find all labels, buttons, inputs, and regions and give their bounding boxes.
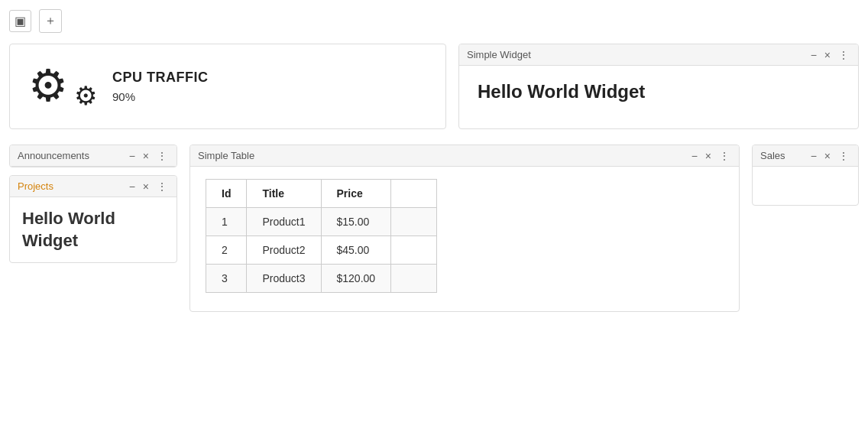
cell-price: $120.00 [321,265,391,293]
simple-widget-body: Hello World Widget [459,66,858,119]
table-close-button[interactable]: × [704,151,713,161]
sales-more-button[interactable]: ⋮ [837,151,850,161]
sales-close-button[interactable]: × [823,151,832,161]
gear-large-icon: ⚙ [28,63,68,108]
projects-more-button[interactable]: ⋮ [155,181,169,192]
simple-widget-more-button[interactable]: ⋮ [837,50,850,60]
announcements-widget-header: Announcements − × ⋮ [10,145,177,167]
bottom-row: Announcements − × ⋮ Projects − × ⋮ Hello… [9,145,859,312]
simple-widget-header: Simple Widget − × ⋮ [459,44,858,66]
col-title: Title [247,180,321,208]
table-widget: Simple Table − × ⋮ Id Title Price [189,145,740,312]
cpu-value: 90% [112,90,209,103]
col-empty [391,180,437,208]
table-widget-title: Simple Table [198,150,254,161]
announcements-widget-title: Announcements [18,150,89,161]
announcements-close-button[interactable]: × [141,151,151,161]
simple-widget-controls: − × ⋮ [809,50,850,60]
announcements-more-button[interactable]: ⋮ [155,151,169,161]
sales-widget-title: Sales [760,150,785,161]
cell-price: $15.00 [321,208,391,236]
cell-empty [391,236,437,265]
col-price: Price [321,180,391,208]
add-widget-button[interactable]: ＋ [39,9,62,33]
projects-widget-header: Projects − × ⋮ [10,176,177,197]
sales-minimize-button[interactable]: − [809,151,818,161]
cpu-icon: ⚙ ⚙ [28,60,97,113]
cell-id: 2 [206,236,247,265]
simple-widget-minimize-button[interactable]: − [809,50,818,60]
simple-widget-title: Simple Widget [467,49,531,60]
announcements-widget-controls: − × ⋮ [128,151,169,161]
sales-widget-header: Sales − × ⋮ [753,145,858,167]
simple-widget-close-button[interactable]: × [823,50,832,60]
cell-price: $45.00 [321,236,391,265]
table-row: 1 Product1 $15.00 [206,208,437,236]
sales-widget-controls: − × ⋮ [809,151,850,161]
cpu-info: CPU TRAFFIC 90% [112,70,209,103]
table-header-row: Id Title Price [206,180,437,208]
top-row: ⚙ ⚙ CPU TRAFFIC 90% Simple Widget − × ⋮ … [9,44,859,129]
panel-toggle-button[interactable]: ▣ [9,10,31,32]
cell-empty [391,265,437,293]
cell-title: Product2 [247,236,321,265]
cell-id: 3 [206,265,247,293]
table-more-button[interactable]: ⋮ [717,151,731,161]
table-container: Id Title Price 1 Product1 $15.00 2 Produ… [190,167,739,311]
toolbar: ▣ ＋ [9,9,859,33]
cpu-title: CPU TRAFFIC [112,70,209,86]
simple-widget-content: Hello World Widget [478,81,840,102]
cpu-traffic-widget: ⚙ ⚙ CPU TRAFFIC 90% [9,44,446,129]
cell-title: Product1 [247,208,321,236]
sales-widget: Sales − × ⋮ [752,145,859,206]
table-minimize-button[interactable]: − [690,151,699,161]
simple-widget: Simple Widget − × ⋮ Hello World Widget [458,44,859,129]
projects-close-button[interactable]: × [141,181,151,192]
add-icon: ＋ [44,13,57,29]
projects-widget-title: Projects [18,180,53,192]
cell-title: Product3 [247,265,321,293]
sales-widget-body [753,167,858,205]
table-widget-header: Simple Table − × ⋮ [190,145,739,167]
projects-widget: Projects − × ⋮ Hello World Widget [9,175,177,263]
col-id: Id [206,180,247,208]
projects-widget-controls: − × ⋮ [128,181,169,192]
announcements-widget: Announcements − × ⋮ [9,145,177,167]
panel-icon: ▣ [15,14,26,28]
projects-minimize-button[interactable]: − [128,181,137,192]
simple-table: Id Title Price 1 Product1 $15.00 2 Produ… [206,179,437,293]
projects-widget-body: Hello World Widget [10,197,177,262]
left-column: Announcements − × ⋮ Projects − × ⋮ Hello… [9,145,177,263]
table-row: 2 Product2 $45.00 [206,236,437,265]
gear-small-icon: ⚙ [74,83,97,109]
announcements-minimize-button[interactable]: − [128,151,137,161]
projects-widget-content: Hello World Widget [22,208,164,252]
cell-id: 1 [206,208,247,236]
table-row: 3 Product3 $120.00 [206,265,437,293]
table-widget-controls: − × ⋮ [690,151,731,161]
cell-empty [391,208,437,236]
